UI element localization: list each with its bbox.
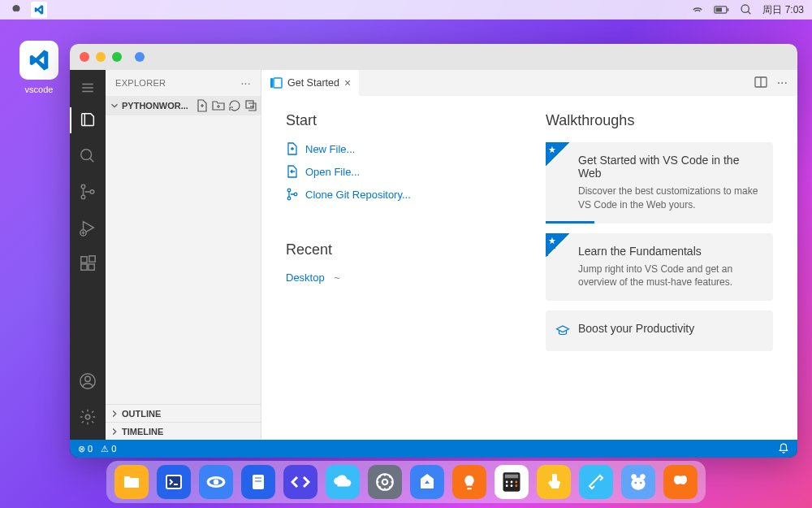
svg-point-3 xyxy=(741,5,749,12)
clone-repo-link[interactable]: Clone Git Repository... xyxy=(286,188,513,201)
dock-lightbulb[interactable] xyxy=(452,465,486,499)
svg-point-33 xyxy=(214,480,219,485)
app-menu-icon[interactable] xyxy=(8,2,24,18)
svg-point-28 xyxy=(287,189,291,192)
dock-store[interactable] xyxy=(410,465,444,499)
svg-rect-22 xyxy=(246,101,253,108)
status-bell-icon[interactable] xyxy=(778,443,789,454)
start-heading: Start xyxy=(286,112,513,129)
system-menubar: 周日 7:03 xyxy=(0,0,812,20)
svg-rect-15 xyxy=(81,257,87,263)
svg-rect-25 xyxy=(274,78,282,88)
svg-point-42 xyxy=(511,481,513,484)
svg-point-45 xyxy=(511,484,513,487)
svg-rect-1 xyxy=(716,8,723,12)
datetime-label[interactable]: 周日 7:03 xyxy=(762,3,804,17)
svg-line-9 xyxy=(90,158,94,163)
timeline-section[interactable]: TIMELINE xyxy=(106,422,261,440)
svg-point-41 xyxy=(506,481,508,484)
svg-point-51 xyxy=(640,482,642,484)
walkthrough-fundamentals[interactable]: ★ Learn the Fundamentals Jump right into… xyxy=(546,233,773,302)
window-close-button[interactable] xyxy=(80,52,89,62)
explorer-sidebar: EXPLORER ··· PYTHONWOR... xyxy=(106,70,261,440)
tab-close-icon[interactable]: × xyxy=(344,76,351,89)
run-debug-icon[interactable] xyxy=(70,210,106,245)
battery-icon[interactable] xyxy=(714,5,730,15)
dock-calculator[interactable] xyxy=(495,465,529,499)
vscode-window: EXPLORER ··· PYTHONWOR... xyxy=(70,44,797,458)
svg-point-29 xyxy=(287,197,291,200)
extensions-icon[interactable] xyxy=(70,245,106,281)
tab-get-started[interactable]: Get Started × xyxy=(261,70,359,96)
new-file-icon[interactable] xyxy=(196,99,209,112)
refresh-icon[interactable] xyxy=(228,99,241,112)
get-started-icon xyxy=(270,76,283,89)
dock-bear[interactable] xyxy=(621,465,655,499)
window-minimize-button[interactable] xyxy=(96,52,106,62)
search-icon[interactable] xyxy=(740,3,753,16)
workspace-folder-header[interactable]: PYTHONWOR... xyxy=(106,96,261,115)
dock-files[interactable] xyxy=(114,465,149,499)
desktop-vscode-shortcut[interactable]: vscode xyxy=(15,41,63,94)
walkthroughs-heading: Walkthroughs xyxy=(546,112,773,129)
recent-item[interactable]: Desktop ~ xyxy=(286,271,513,284)
source-control-icon[interactable] xyxy=(70,174,106,210)
desktop-icon-label: vscode xyxy=(15,85,63,94)
svg-point-8 xyxy=(81,150,92,160)
walkthrough-productivity[interactable]: Boost your Productivity xyxy=(546,310,773,351)
status-errors[interactable]: ⊗ 0 xyxy=(78,444,93,454)
dock-activity[interactable] xyxy=(663,465,698,499)
explorer-icon[interactable] xyxy=(70,102,106,138)
star-icon: ★ xyxy=(548,145,556,155)
system-dock xyxy=(106,461,706,503)
svg-rect-31 xyxy=(166,475,181,488)
svg-point-30 xyxy=(294,193,297,196)
svg-point-12 xyxy=(90,190,94,194)
editor-more-icon[interactable]: ··· xyxy=(777,76,788,90)
dock-touch[interactable] xyxy=(537,465,571,499)
split-editor-icon[interactable] xyxy=(754,76,767,90)
activity-bar xyxy=(70,70,106,440)
collapse-all-icon[interactable] xyxy=(244,99,257,112)
window-maximize-button[interactable] xyxy=(112,52,122,62)
account-icon[interactable] xyxy=(70,363,106,399)
dock-code[interactable] xyxy=(283,465,317,499)
status-warnings[interactable]: ⚠ 0 xyxy=(101,444,116,454)
sidebar-title: EXPLORER xyxy=(115,78,166,88)
settings-gear-icon[interactable] xyxy=(70,399,106,435)
new-folder-icon[interactable] xyxy=(212,99,225,112)
open-file-link[interactable]: Open File... xyxy=(286,165,513,178)
svg-point-21 xyxy=(85,415,90,419)
search-activity-icon[interactable] xyxy=(70,138,106,174)
dock-tools[interactable] xyxy=(579,465,613,499)
dock-browser[interactable] xyxy=(199,465,233,499)
dock-terminal[interactable] xyxy=(157,465,191,499)
editor-area: Get Started × ··· Start New File... xyxy=(261,70,797,440)
dock-cloud[interactable] xyxy=(326,465,360,499)
svg-point-50 xyxy=(634,482,637,484)
svg-point-44 xyxy=(506,484,508,487)
window-titlebar[interactable] xyxy=(70,44,797,70)
dock-settings[interactable] xyxy=(368,465,402,499)
svg-point-10 xyxy=(81,185,85,189)
mortarboard-icon xyxy=(555,323,570,338)
svg-point-38 xyxy=(382,480,388,485)
new-file-link[interactable]: New File... xyxy=(286,142,513,155)
window-extra-button[interactable] xyxy=(135,52,145,62)
walkthrough-get-started[interactable]: ★ Get Started with VS Code in the Web Di… xyxy=(546,142,773,224)
status-bar: ⊗ 0 ⚠ 0 xyxy=(70,440,797,458)
vscode-menu-icon[interactable] xyxy=(31,2,47,18)
outline-section[interactable]: OUTLINE xyxy=(106,404,261,422)
wifi-icon[interactable] xyxy=(691,3,704,16)
svg-point-49 xyxy=(631,478,645,490)
tab-label: Get Started xyxy=(287,77,339,89)
svg-rect-17 xyxy=(89,264,94,270)
svg-rect-18 xyxy=(89,256,95,262)
svg-rect-40 xyxy=(505,475,518,479)
recent-heading: Recent xyxy=(286,241,513,258)
svg-point-46 xyxy=(515,484,517,487)
svg-line-4 xyxy=(748,11,750,14)
menu-icon[interactable] xyxy=(70,73,106,102)
sidebar-more-icon[interactable]: ··· xyxy=(240,76,251,89)
dock-editor[interactable] xyxy=(241,465,275,499)
